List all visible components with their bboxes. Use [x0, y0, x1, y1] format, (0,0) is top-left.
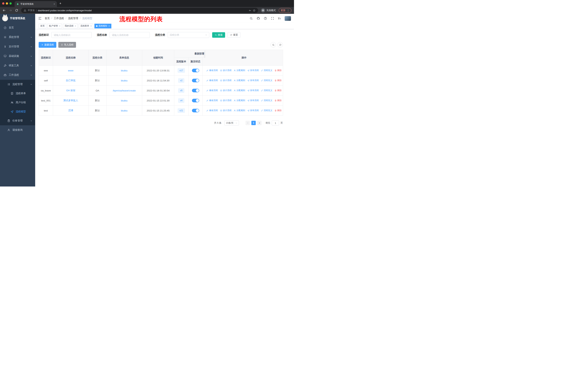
active-status-toggle[interactable]	[192, 99, 199, 102]
sidebar-item-system[interactable]: 系统管理	[0, 32, 35, 42]
search-button[interactable]: 搜索	[212, 32, 225, 38]
sidebar-item-task-management[interactable]: 任务管理	[0, 116, 35, 125]
design-process-link[interactable]: 设计流程	[220, 109, 231, 112]
edit-process-link[interactable]: 修改流程	[206, 79, 218, 82]
active-status-toggle[interactable]	[192, 79, 199, 82]
goto-page-input[interactable]	[272, 120, 279, 125]
fullscreen-icon[interactable]	[271, 17, 274, 20]
delete-process-link[interactable]: 删除	[274, 89, 282, 92]
sidebar-item-user-group[interactable]: 用户分组	[0, 98, 35, 107]
tag-close-icon[interactable]: ×	[75, 25, 76, 27]
browser-menu-icon[interactable]: ⋮	[287, 9, 289, 12]
tag-home[interactable]: 首页	[39, 24, 46, 28]
publish-process-link[interactable]: 发布流程	[247, 109, 259, 112]
assign-rule-link[interactable]: 分配规则	[234, 69, 245, 72]
bookmark-star-icon[interactable]	[253, 9, 256, 12]
reload-icon[interactable]	[15, 9, 18, 12]
process-name-link[interactable]: OA 请假	[66, 89, 75, 92]
edit-process-link[interactable]: 修改流程	[206, 99, 218, 102]
breadcrumb-process-management[interactable]: 流程管理	[68, 17, 82, 20]
search-icon[interactable]	[250, 17, 253, 20]
window-zoom-button[interactable]	[10, 2, 12, 5]
form-info-link[interactable]: biubiu	[121, 109, 127, 112]
publish-process-link[interactable]: 发布流程	[247, 99, 259, 102]
process-name-input[interactable]	[110, 32, 150, 38]
process-definition-link[interactable]: 流程定义	[261, 99, 272, 102]
app-logo-row[interactable]: 芋道管理系统	[0, 14, 35, 23]
publish-process-link[interactable]: 发布流程	[247, 79, 259, 82]
back-icon[interactable]	[2, 9, 6, 12]
new-tab-button[interactable]: +	[59, 0, 62, 7]
help-icon[interactable]	[264, 17, 267, 20]
refresh-table-button[interactable]	[277, 42, 283, 48]
import-process-button[interactable]: 导入流程	[58, 42, 76, 48]
assign-rule-link[interactable]: 分配规则	[234, 99, 245, 102]
assign-rule-link[interactable]: 分配规则	[234, 109, 245, 112]
browser-tab[interactable]: 芋道管理系统 ×	[15, 1, 57, 7]
process-name-link[interactable]: 测试多审批人	[63, 99, 78, 102]
address-bar[interactable]: 不安全 dashboard.yudao.iocoder.cn/bpm/manag…	[21, 8, 258, 13]
window-minimize-button[interactable]	[6, 2, 8, 5]
tag-process-model[interactable]: 流程模型 ×	[94, 24, 111, 28]
process-name-link[interactable]: 滔博	[68, 109, 73, 112]
browser-update-chip[interactable]: 更新 ⋮	[279, 8, 292, 13]
edit-process-link[interactable]: 修改流程	[206, 109, 218, 112]
sidebar-item-process-management[interactable]: 流程管理	[0, 80, 35, 89]
forward-icon[interactable]	[9, 9, 12, 12]
font-size-icon[interactable]: TT	[278, 17, 281, 20]
tag-close-icon[interactable]: ×	[108, 25, 110, 27]
sidebar-item-devtools[interactable]: 研发工具	[0, 61, 35, 70]
active-status-toggle[interactable]	[192, 69, 199, 72]
breadcrumb-home[interactable]: 首页	[45, 17, 54, 20]
active-status-toggle[interactable]	[192, 109, 199, 112]
sidebar-item-workflow[interactable]: 工作流程	[0, 70, 35, 80]
window-close-button[interactable]	[2, 2, 4, 5]
sidebar-item-process-model[interactable]: 流程模型	[0, 107, 35, 116]
page-1-button[interactable]: 1	[251, 121, 256, 125]
publish-process-link[interactable]: 发布流程	[247, 89, 259, 92]
toggle-search-button[interactable]	[271, 42, 276, 48]
user-avatar[interactable]	[284, 16, 291, 21]
process-definition-link[interactable]: 流程定义	[261, 109, 272, 112]
assign-rule-link[interactable]: 分配规则	[234, 89, 245, 92]
process-definition-link[interactable]: 流程定义	[261, 69, 272, 72]
tag-close-icon[interactable]: ×	[59, 25, 60, 27]
design-process-link[interactable]: 设计流程	[220, 89, 231, 92]
tab-close-icon[interactable]: ×	[53, 2, 55, 5]
sidebar-toggle-icon[interactable]	[38, 17, 42, 20]
tag-tenant-management[interactable]: 租户管理 ×	[47, 24, 62, 28]
create-process-button[interactable]: 新建流程	[39, 42, 56, 48]
form-info-link[interactable]: biubiu	[121, 79, 127, 82]
assign-rule-link[interactable]: 分配规则	[234, 79, 245, 82]
process-definition-link[interactable]: 流程定义	[261, 89, 272, 92]
process-name-link[interactable]: 自己审批	[66, 79, 76, 82]
delete-process-link[interactable]: 删除	[274, 69, 282, 72]
sidebar-item-infrastructure[interactable]: 基础设施	[0, 51, 35, 61]
sidebar-item-home[interactable]: 首页	[0, 23, 35, 32]
sidebar-item-process-form[interactable]: 流程表单	[0, 89, 35, 98]
prev-page-button[interactable]	[245, 121, 250, 125]
active-status-toggle[interactable]	[192, 89, 199, 92]
form-info-link[interactable]: biubiu	[121, 69, 127, 72]
publish-process-link[interactable]: 发布流程	[247, 69, 259, 72]
process-definition-link[interactable]: 流程定义	[261, 79, 272, 82]
tag-my-process[interactable]: 我的流程 ×	[63, 24, 78, 28]
form-info-link[interactable]: /bpm/oa/leave/create	[113, 89, 136, 92]
design-process-link[interactable]: 设计流程	[220, 99, 231, 102]
delete-process-link[interactable]: 删除	[274, 99, 282, 102]
delete-process-link[interactable]: 删除	[274, 79, 282, 82]
form-info-link[interactable]: biubiu	[121, 99, 127, 102]
tag-process-form[interactable]: 流程表单 ×	[79, 24, 93, 28]
password-key-icon[interactable]	[249, 9, 251, 12]
github-icon[interactable]	[257, 17, 260, 20]
edit-process-link[interactable]: 修改流程	[206, 89, 218, 92]
sidebar-item-leave-query[interactable]: 请假查询	[0, 125, 35, 135]
process-category-select[interactable]: 流程分类	[168, 32, 209, 38]
reset-button[interactable]: 重置	[228, 32, 241, 38]
process-name-link[interactable]: eeee	[68, 69, 74, 72]
design-process-link[interactable]: 设计流程	[220, 69, 231, 72]
tag-close-icon[interactable]: ×	[90, 25, 92, 27]
process-id-input[interactable]	[51, 32, 92, 38]
design-process-link[interactable]: 设计流程	[220, 79, 231, 82]
next-page-button[interactable]	[257, 121, 262, 125]
